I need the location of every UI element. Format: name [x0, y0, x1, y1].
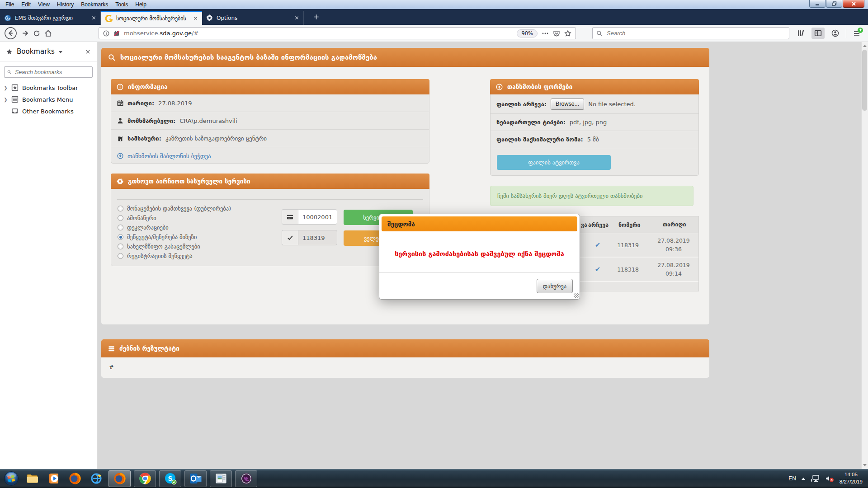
new-tab-icon[interactable]	[313, 14, 320, 20]
tab-close-icon[interactable]	[294, 15, 299, 20]
taskbar-item-skype[interactable]: S	[159, 470, 181, 487]
language-indicator[interactable]: EN	[788, 475, 796, 482]
taskbar-item-purple-app[interactable]	[235, 470, 257, 487]
radio-option[interactable]: რეგისტრაციის შეწყვეტა	[118, 251, 231, 261]
taskbar-item-firefox-active[interactable]	[108, 470, 131, 487]
menu-help[interactable]: Help	[132, 0, 150, 9]
network-icon[interactable]	[811, 474, 820, 483]
scroll-up-icon[interactable]	[863, 45, 867, 47]
modal-close-button[interactable]: დახურვა	[537, 279, 573, 293]
scroll-down-icon[interactable]	[863, 464, 867, 466]
radio-selected-icon[interactable]	[118, 234, 123, 240]
selected-check-icon[interactable]: ✔	[588, 265, 607, 273]
bookmarks-search[interactable]	[4, 66, 93, 78]
taskbar-item-chrome[interactable]	[134, 470, 156, 487]
menu-history[interactable]: History	[53, 0, 77, 9]
bookmark-star-icon[interactable]	[564, 30, 571, 37]
plugin-blocked-icon[interactable]	[113, 30, 120, 37]
taskbar-item-outlook[interactable]	[184, 470, 207, 487]
tab-close-icon[interactable]	[193, 16, 198, 21]
taskbar-item-firefox-pinned[interactable]	[66, 469, 84, 488]
resize-grip-icon[interactable]	[574, 293, 579, 298]
radio-icon[interactable]	[118, 215, 123, 221]
browse-button[interactable]: Browse...	[551, 99, 584, 110]
menu-edit[interactable]: Edit	[18, 0, 34, 9]
page-actions-icon[interactable]	[542, 30, 549, 37]
print-template-link[interactable]: თანხმობის შაბლონის ბეჭდვა	[127, 153, 211, 160]
start-button[interactable]	[2, 469, 20, 488]
personal-id-group	[282, 209, 337, 225]
radio-icon[interactable]	[118, 225, 123, 230]
back-icon[interactable]	[4, 27, 17, 40]
radio-icon[interactable]	[118, 206, 123, 211]
radio-option[interactable]: დეკლარაციები	[118, 223, 231, 232]
search-bar[interactable]	[592, 27, 789, 39]
chevron-down-icon[interactable]	[59, 51, 62, 53]
close-sidebar-icon[interactable]	[85, 49, 91, 55]
radio-option[interactable]: სახელმწიფო გასაცემლები	[118, 242, 231, 251]
gear-icon	[117, 178, 123, 185]
app-menu-button[interactable]	[853, 30, 860, 37]
modal-header[interactable]: შეცდომა	[382, 216, 577, 231]
hidden-icons-icon[interactable]	[802, 478, 805, 480]
home-icon[interactable]	[44, 29, 52, 37]
refresh-icon[interactable]	[33, 30, 40, 37]
media-player-icon	[47, 472, 60, 485]
clock-time: 14:05	[840, 471, 863, 479]
radio-option[interactable]: მონაცემების დამთხვევა (დუბლირება)	[118, 204, 231, 213]
menu-bookmarks[interactable]: Bookmarks	[77, 0, 112, 9]
taskbar-item-internet-explorer[interactable]	[87, 469, 105, 488]
scrollbar-thumb[interactable]	[862, 50, 867, 111]
radio-icon[interactable]	[118, 244, 123, 249]
url-bar[interactable]: mohservice.sda.gov.ge/# 90%	[99, 27, 576, 39]
bookmarks-search-input[interactable]	[14, 69, 90, 76]
sidebars-button[interactable]	[811, 28, 825, 39]
volume-muted-icon[interactable]	[825, 474, 834, 483]
selected-check-icon[interactable]: ✔	[588, 241, 607, 249]
star-icon	[6, 48, 13, 55]
search-icon	[596, 30, 603, 37]
sidebar-item-label: Bookmarks Toolbar	[22, 84, 78, 91]
reference-input[interactable]	[298, 230, 337, 245]
menu-tools[interactable]: Tools	[112, 0, 132, 9]
search-input[interactable]	[606, 29, 785, 37]
taskbar-clock[interactable]: 14:05 8/27/2019	[840, 471, 863, 485]
radio-option-selected[interactable]: შეწყვეტა/შეჩერება მიზეზი	[118, 232, 231, 242]
sidebar-item-label: Other Bookmarks	[22, 108, 74, 115]
svg-text:S: S	[168, 475, 172, 482]
account-icon[interactable]	[831, 29, 839, 37]
firefox-icon	[113, 472, 126, 485]
sidebar-item-bookmarks-menu[interactable]: ❯ Bookmarks Menu	[0, 94, 97, 105]
chrome-icon	[139, 472, 151, 485]
max-size-row: ფაილის მაქსიმალური ზომა: 5 მბ	[491, 131, 698, 148]
radio-option[interactable]: ამონაწერი	[118, 213, 231, 223]
radio-icon[interactable]	[118, 253, 123, 259]
sidebar-item-other-bookmarks[interactable]: Other Bookmarks	[0, 105, 97, 117]
tab-social-service[interactable]: სოციალური მომსახურების	[101, 11, 202, 25]
menu-file[interactable]: File	[2, 0, 18, 9]
upload-file-button[interactable]: ფაილის ატვირთვა	[497, 155, 611, 170]
page-scrollbar[interactable]	[861, 42, 868, 469]
close-button[interactable]	[843, 0, 864, 8]
personal-id-input[interactable]	[298, 209, 337, 225]
expand-arrow-icon[interactable]: ❯	[4, 85, 8, 90]
taskbar-item-photo-viewer[interactable]	[210, 470, 232, 487]
tab-close-icon[interactable]	[91, 15, 96, 20]
sidebar-item-bookmarks-toolbar[interactable]: ❯ Bookmarks Toolbar	[0, 82, 97, 94]
id-card-icon	[282, 209, 298, 225]
menu-view[interactable]: View	[34, 0, 53, 9]
restore-button[interactable]	[826, 0, 842, 8]
site-info-icon[interactable]	[103, 30, 109, 37]
tab-ems[interactable]: EMS მთავარი გვერდი	[0, 11, 101, 25]
office-row: სამსახური: კაზრეთის საზოგადოებრივი ცენტრ…	[111, 130, 429, 147]
taskbar-item-media-player[interactable]	[45, 469, 63, 488]
library-icon[interactable]	[797, 29, 805, 37]
pocket-icon[interactable]	[553, 30, 560, 37]
expand-arrow-icon[interactable]: ❯	[4, 97, 8, 102]
tab-options[interactable]: Options	[202, 11, 304, 25]
zoom-level-badge[interactable]: 90%	[517, 29, 538, 38]
forward-icon[interactable]	[21, 29, 29, 37]
taskbar-item-explorer[interactable]	[24, 469, 42, 488]
minimize-button[interactable]	[809, 0, 826, 8]
types-value: pdf, jpg, png	[570, 119, 607, 126]
